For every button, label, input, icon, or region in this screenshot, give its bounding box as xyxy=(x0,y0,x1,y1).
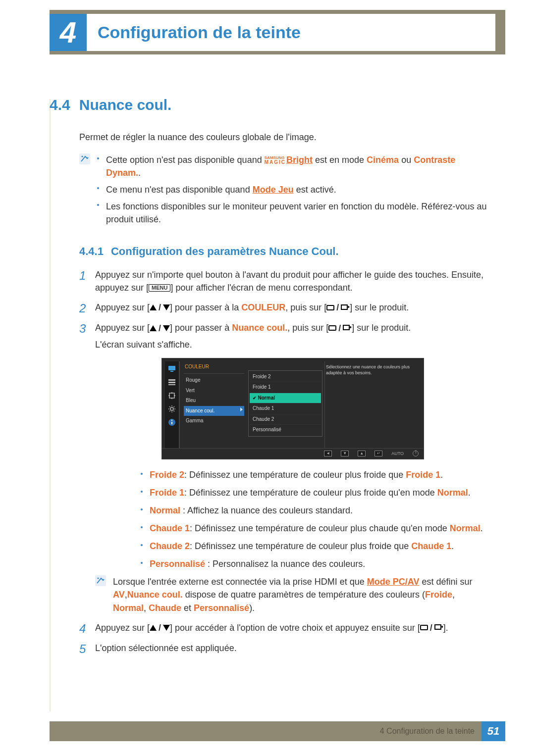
note-item: Cette option n'est pas disponible quand … xyxy=(97,153,490,179)
osd-button-bar: ◄ ▼ ▲ ↵ AUTO xyxy=(162,448,424,459)
note-block-2: Lorsque l'entrée externe est connectée v… xyxy=(95,575,490,614)
enter-icon xyxy=(343,325,352,331)
footer-band: 4 Configuration de la teinte 51 xyxy=(50,721,505,741)
step-1: Appuyez sur n'importe quel bouton à l'av… xyxy=(79,268,490,294)
option-item: Froide 1: Définissez une température de … xyxy=(141,486,490,499)
up-down-icons: / xyxy=(150,301,170,314)
osd-submenu-item: Personnalisé xyxy=(250,424,321,435)
svg-rect-16 xyxy=(435,625,441,629)
svg-rect-5 xyxy=(170,371,173,372)
osd-menu-item: Gamma xyxy=(184,416,244,426)
osd-menu-item: Nuance coul. xyxy=(184,406,244,416)
osd-left-icon: ◄ xyxy=(324,451,332,456)
osd-auto-label: AUTO xyxy=(391,451,404,457)
osd-submenu-item: Froide 1 xyxy=(250,382,321,393)
osd-submenu-item: Chaude 1 xyxy=(250,403,321,414)
rect-icon xyxy=(328,325,336,331)
note-block-1: Cette option n'est pas disponible quand … xyxy=(79,153,490,230)
footer-label: 4 Configuration de la teinte xyxy=(373,721,482,741)
osd-menu-item: Bleu xyxy=(184,396,244,406)
select-enter-icons: / xyxy=(420,621,443,634)
chapter-badge: 4 xyxy=(50,14,87,51)
osd-submenu-item: Chaude 2 xyxy=(250,414,321,425)
page: 4 Configuration de la teinte 4.4 Nuance … xyxy=(0,0,535,756)
svg-point-1 xyxy=(82,155,83,157)
osd-enter-icon: ↵ xyxy=(374,451,382,456)
rect-icon xyxy=(420,625,428,630)
note-icon xyxy=(79,153,90,164)
osd-resize-icon xyxy=(167,391,176,400)
footer-page-number: 51 xyxy=(482,721,505,741)
triangle-up-icon xyxy=(150,325,157,331)
osd-power-icon xyxy=(413,451,419,456)
osd-up-icon: ▲ xyxy=(358,451,366,456)
svg-rect-6 xyxy=(168,379,175,381)
osd-submenu-item: Froide 2 xyxy=(250,372,321,382)
svg-point-15 xyxy=(98,578,99,579)
svg-point-10 xyxy=(170,407,173,410)
steps-list: Appuyez sur n'importe quel bouton à l'av… xyxy=(79,268,490,655)
osd-main-menu: COULEUR RougeVertBleuNuance coul.Gamma xyxy=(182,361,246,448)
section-number: 4.4 xyxy=(50,94,70,116)
osd-submenu-item: Normal xyxy=(250,393,321,403)
option-item: Froide 2: Définissez une température de … xyxy=(141,468,490,481)
osd-submenu: Froide 2Froide 1NormalChaude 1Chaude 2Pe… xyxy=(248,361,322,448)
svg-rect-0 xyxy=(79,153,90,164)
osd-screenshot: COULEUR RougeVertBleuNuance coul.Gamma F… xyxy=(95,358,490,459)
select-enter-icons: / xyxy=(328,322,352,335)
osd-panel: COULEUR RougeVertBleuNuance coul.Gamma F… xyxy=(161,358,424,459)
subsection-heading: 4.4.1 Configuration des paramètres Nuanc… xyxy=(79,244,490,259)
up-down-icons: / xyxy=(150,621,170,634)
chapter-title-box: Configuration de la teinte xyxy=(87,14,495,51)
subsection-number: 4.4.1 xyxy=(79,245,104,257)
enter-icon xyxy=(434,624,443,631)
section-intro: Permet de régler la nuance des couleurs … xyxy=(79,131,490,144)
svg-rect-2 xyxy=(341,305,347,309)
step-2: Appuyez sur [/] pour passer à la COULEUR… xyxy=(79,301,490,314)
up-down-icons: / xyxy=(150,322,170,335)
note-2-text: Lorsque l'entrée externe est connectée v… xyxy=(113,575,490,614)
menu-button-label: MENU xyxy=(149,284,170,292)
osd-menu-item: Rouge xyxy=(184,375,244,386)
svg-rect-8 xyxy=(168,384,175,385)
triangle-down-icon xyxy=(163,304,170,310)
triangle-down-icon xyxy=(163,625,170,631)
chapter-title: Configuration de la teinte xyxy=(98,23,301,42)
svg-rect-9 xyxy=(169,393,174,398)
osd-gear-icon xyxy=(167,404,176,413)
step-4: Appuyez sur [/] pour accéder à l'option … xyxy=(79,621,490,635)
select-enter-icons: / xyxy=(326,301,350,314)
osd-down-icon: ▼ xyxy=(341,451,349,456)
option-item: Chaude 1: Définissez une température de … xyxy=(141,522,490,535)
step-3: Appuyez sur [/] pour passer à Nuance cou… xyxy=(79,321,490,614)
section-title: Nuance coul. xyxy=(79,94,172,116)
section-heading: 4.4 Nuance coul. xyxy=(50,94,490,116)
osd-icon-column xyxy=(165,361,180,448)
osd-menu-title: COULEUR xyxy=(184,361,244,374)
osd-description: Sélectionnez une nuance de couleurs plus… xyxy=(324,361,421,448)
chapter-number: 4 xyxy=(60,15,76,50)
svg-rect-4 xyxy=(168,366,175,370)
samsung-magic-logo: SAMSUNGMAGIC xyxy=(265,155,286,164)
rect-icon xyxy=(326,305,334,310)
osd-monitor-icon xyxy=(167,364,176,373)
step-5: L'option sélectionnée est appliquée. xyxy=(79,642,490,655)
content-area: 4.4 Nuance coul. Permet de régler la nua… xyxy=(50,94,490,716)
svg-rect-3 xyxy=(343,325,349,330)
option-descriptions: Froide 2: Définissez une température de … xyxy=(141,468,490,571)
osd-info-icon xyxy=(167,418,176,427)
svg-rect-12 xyxy=(171,422,172,424)
note-icon xyxy=(95,575,106,586)
svg-rect-14 xyxy=(95,575,106,586)
option-item: Personnalisé : Personnalisez la nuance d… xyxy=(141,557,490,570)
osd-list-icon xyxy=(167,378,176,387)
triangle-up-icon xyxy=(150,304,157,310)
svg-rect-7 xyxy=(168,382,175,383)
subsection-title: Configuration des paramètres Nuance Coul… xyxy=(111,245,339,257)
note-item: Ce menu n'est pas disponible quand Mode … xyxy=(97,183,490,196)
option-item: Normal : Affichez la nuance des couleurs… xyxy=(141,504,490,517)
svg-rect-13 xyxy=(171,420,172,421)
triangle-down-icon xyxy=(163,325,170,331)
option-item: Chaude 2: Définissez une température de … xyxy=(141,540,490,553)
enter-icon xyxy=(341,304,350,311)
